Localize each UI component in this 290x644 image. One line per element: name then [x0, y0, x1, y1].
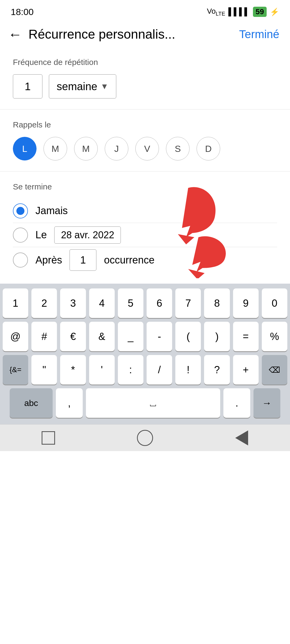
end-never-radio[interactable]	[13, 203, 28, 218]
key-5[interactable]: 5	[118, 288, 143, 318]
key-2[interactable]: 2	[31, 288, 57, 318]
key-period[interactable]: .	[223, 388, 250, 418]
nav-circle-icon	[137, 430, 153, 446]
days-section: Rappels le L M M J V S D	[0, 109, 290, 171]
key-enter[interactable]: →	[253, 388, 280, 418]
key-cparen[interactable]: )	[204, 322, 230, 351]
dropdown-arrow-icon: ▼	[100, 82, 108, 91]
end-after-suffix: occurrence	[104, 254, 154, 266]
nav-back-button[interactable]	[233, 429, 250, 447]
top-bar: ← Récurrence personnalis... Terminé	[0, 21, 290, 47]
frequency-section: Fréquence de répétition 1 semaine ▼	[0, 47, 290, 109]
end-after-count-input[interactable]: 1	[70, 249, 96, 271]
key-plus[interactable]: +	[233, 355, 259, 385]
end-never-label: Jamais	[35, 205, 68, 217]
key-hash[interactable]: #	[31, 322, 57, 351]
day-S[interactable]: S	[166, 137, 190, 160]
status-icons: VoLTE ▌▌▌▌ 59 ⚡	[207, 7, 279, 17]
key-colon[interactable]: :	[118, 355, 143, 385]
end-after-row[interactable]: Après 1 occurrence	[13, 247, 277, 273]
end-on-date-input[interactable]: 28 avr. 2022	[54, 226, 121, 244]
charging-icon: ⚡	[270, 8, 279, 16]
key-9[interactable]: 9	[233, 288, 259, 318]
key-slash[interactable]: /	[147, 355, 172, 385]
end-section: Se termine Jamais Le 28 avr. 2022 Après …	[0, 171, 290, 278]
key-percent[interactable]: %	[262, 322, 287, 351]
key-question[interactable]: ?	[204, 355, 230, 385]
key-comma[interactable]: ,	[56, 388, 83, 418]
key-quote[interactable]: "	[31, 355, 57, 385]
key-8[interactable]: 8	[204, 288, 230, 318]
key-equals[interactable]: =	[233, 322, 259, 351]
frequency-unit-label: semaine	[57, 80, 97, 93]
nav-triangle-icon	[235, 430, 248, 445]
days-label: Rappels le	[13, 120, 277, 129]
end-section-label: Se termine	[13, 182, 277, 191]
key-0[interactable]: 0	[262, 288, 287, 318]
day-M1[interactable]: M	[44, 137, 67, 160]
key-apostrophe[interactable]: '	[89, 355, 115, 385]
days-row: L M M J V S D	[13, 137, 277, 160]
signal-icon: VoLTE	[207, 7, 225, 17]
key-minus[interactable]: -	[147, 322, 172, 351]
keyboard-row-bottom: abc , ⎵ . →	[3, 388, 287, 418]
end-after-radio[interactable]	[13, 253, 28, 268]
keyboard-row-more: {&= " * ' : / ! ? + ⌫	[3, 355, 287, 385]
battery-icon: 59	[253, 7, 267, 17]
status-time: 18:00	[11, 7, 34, 17]
day-L[interactable]: L	[13, 137, 37, 160]
end-never-row[interactable]: Jamais	[13, 199, 277, 223]
key-1[interactable]: 1	[3, 288, 28, 318]
key-amp[interactable]: &	[89, 322, 115, 351]
day-D[interactable]: D	[197, 137, 220, 160]
key-6[interactable]: 6	[147, 288, 172, 318]
key-4[interactable]: 4	[89, 288, 115, 318]
key-exclaim[interactable]: !	[175, 355, 201, 385]
keyboard: 1 2 3 4 5 6 7 8 9 0 @ # € & _ - ( ) = % …	[0, 284, 290, 424]
nav-home-button[interactable]	[136, 429, 154, 447]
day-M2[interactable]: M	[74, 137, 98, 160]
key-symbols-switch[interactable]: {&=	[3, 355, 28, 385]
page-title: Récurrence personnalis...	[28, 27, 175, 42]
end-on-date-radio[interactable]	[13, 228, 28, 243]
key-euro[interactable]: €	[60, 322, 86, 351]
key-backspace[interactable]: ⌫	[262, 355, 287, 385]
top-bar-left: ← Récurrence personnalis...	[8, 27, 175, 42]
day-J[interactable]: J	[105, 137, 128, 160]
status-bar: 18:00 VoLTE ▌▌▌▌ 59 ⚡	[0, 0, 290, 21]
key-abc[interactable]: abc	[10, 388, 53, 418]
end-section-container: Se termine Jamais Le 28 avr. 2022 Après …	[0, 171, 290, 278]
nav-recents-button[interactable]	[40, 429, 57, 447]
end-after-prefix: Après	[35, 254, 62, 266]
back-button[interactable]: ←	[8, 27, 22, 41]
key-star[interactable]: *	[60, 355, 86, 385]
key-at[interactable]: @	[3, 322, 28, 351]
signal-bars-icon: ▌▌▌▌	[228, 8, 249, 16]
frequency-number-input[interactable]: 1	[13, 74, 42, 98]
key-underscore[interactable]: _	[118, 322, 143, 351]
frequency-row: 1 semaine ▼	[13, 74, 277, 98]
keyboard-row-symbols: @ # € & _ - ( ) = %	[3, 322, 287, 351]
key-3[interactable]: 3	[60, 288, 86, 318]
frequency-label: Fréquence de répétition	[13, 58, 277, 67]
end-on-date-row[interactable]: Le 28 avr. 2022	[13, 223, 277, 247]
keyboard-row-numbers: 1 2 3 4 5 6 7 8 9 0	[3, 288, 287, 318]
day-V[interactable]: V	[135, 137, 159, 160]
done-button[interactable]: Terminé	[239, 28, 279, 41]
nav-square-icon	[42, 431, 55, 445]
key-space[interactable]: ⎵	[86, 388, 220, 418]
key-oparen[interactable]: (	[175, 322, 201, 351]
end-on-prefix: Le	[35, 229, 47, 241]
bottom-nav	[0, 424, 290, 451]
frequency-unit-selector[interactable]: semaine ▼	[49, 74, 116, 98]
key-7[interactable]: 7	[175, 288, 201, 318]
